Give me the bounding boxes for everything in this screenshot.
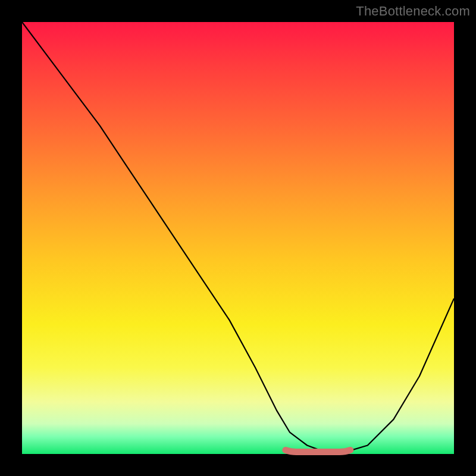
recommended-range-marker [286, 450, 350, 452]
chart-svg [22, 22, 454, 454]
chart-plot-area [22, 22, 454, 454]
bottleneck-curve-line [22, 22, 454, 452]
attribution-text: TheBottleneck.com [356, 4, 470, 19]
